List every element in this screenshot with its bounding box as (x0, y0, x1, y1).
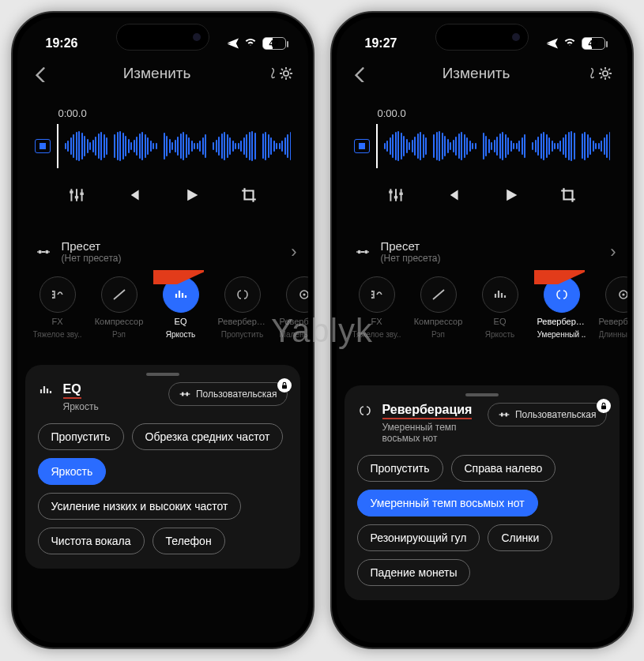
preset-pill[interactable]: Телефон (153, 528, 225, 554)
reverb2-icon (616, 287, 627, 302)
mixer-button[interactable] (387, 186, 405, 204)
effect-name: FX (51, 317, 62, 326)
knobs-icon (35, 243, 52, 261)
status-right: 42 (226, 37, 286, 50)
reverb2-icon[interactable] (605, 276, 627, 313)
effect-sheet: Реверберация Умеренный темп восьмых нот … (345, 385, 620, 600)
preset-pill[interactable]: Пропустить (38, 423, 124, 450)
dynamic-island (116, 24, 209, 51)
waveform[interactable] (65, 128, 291, 164)
effect-компрессор[interactable]: Компрессор Рэп (96, 276, 142, 339)
status-time: 19:27 (365, 36, 397, 51)
back-button[interactable] (32, 65, 49, 82)
preset-pill[interactable]: Резонирующий гул (357, 524, 480, 551)
waveform-area: 0:00.0 (337, 90, 627, 212)
crop-button[interactable] (559, 186, 577, 204)
effect-ревербераци..[interactable]: Ревербераци.. Маленький к.. (281, 276, 308, 339)
effect-caption: Рэп (112, 330, 126, 339)
track-badge[interactable] (35, 139, 51, 153)
waveform[interactable] (384, 128, 610, 164)
phone-frame: 19:26 42 Изменить 0:00.0 (11, 11, 314, 649)
preset-pill[interactable]: Чистота вокала (38, 528, 145, 554)
eq-icon[interactable] (163, 276, 199, 313)
preset-sub: (Нет пресета) (381, 253, 441, 264)
chevron-right-icon[interactable]: › (291, 242, 296, 262)
preset-pill[interactable]: Слинки (488, 524, 552, 551)
preset-pill[interactable]: Справа налево (451, 455, 556, 482)
chevron-left-icon (32, 65, 49, 82)
effect-caption: Тяжелое зву.. (33, 330, 82, 339)
settings-button[interactable] (266, 66, 294, 81)
eq-icon (173, 287, 189, 302)
compressor-icon[interactable] (420, 276, 457, 313)
waveform-chunk (164, 130, 207, 162)
effect-caption: Пропустить (221, 330, 264, 339)
effect-strip[interactable]: FX Тяжелое зву.. Компрессор Рэп EQ Яркос… (337, 270, 627, 339)
waveform-area: 0:00.0 (17, 90, 308, 212)
reverb-icon[interactable] (544, 276, 580, 313)
waveform-chunk (483, 130, 526, 162)
effect-ревербераци..[interactable]: Ревербераци.. Пропустить (220, 276, 266, 339)
preset-row[interactable]: Пресет (Нет пресета) › (17, 212, 308, 270)
reverb2-icon[interactable] (286, 276, 308, 313)
playhead[interactable] (376, 124, 378, 168)
effect-strip[interactable]: FX Тяжелое зву.. Компрессор Рэп EQ Яркос… (17, 270, 308, 339)
playhead[interactable] (57, 124, 58, 168)
waveform-chunk (532, 130, 575, 162)
custom-label: Пользовательская (515, 409, 597, 420)
effect-sheet: EQ Яркость Пользовательская Пропустить О… (25, 365, 300, 569)
phone-frame: 19:27 42 Изменить 0:00.0 (330, 11, 634, 649)
 (38, 382, 54, 398)
sliders-icon (387, 186, 405, 204)
preset-pill[interactable]: Пропустить (357, 455, 443, 482)
preset-pill[interactable]: Яркость (38, 458, 107, 485)
effect-eq[interactable]: EQ Яркость (158, 276, 204, 339)
effect-компрессор[interactable]: Компрессор Рэп (416, 276, 461, 339)
knobs-icon (354, 243, 371, 261)
preset-pill[interactable]: Усиление низких и высоких частот (38, 493, 242, 520)
sheet-handle[interactable] (146, 373, 179, 376)
mixer-button[interactable] (68, 186, 85, 204)
play-button[interactable] (182, 186, 201, 205)
custom-preset-button[interactable]: Пользовательская (168, 382, 288, 406)
effect-ревербераци..[interactable]: Ревербераци.. Умеренный .. (539, 276, 585, 339)
preset-row[interactable]: Пресет (Нет пресета) › (337, 212, 627, 270)
play-button[interactable] (501, 186, 520, 205)
custom-label: Пользовательская (196, 389, 277, 400)
compressor-icon (111, 287, 127, 302)
effect-name: Компрессор (414, 317, 463, 326)
timecode: 0:00.0 (378, 107, 610, 119)
preset-pill[interactable]: Умеренный темп восьмых нот (357, 490, 538, 516)
sheet-handle[interactable] (465, 393, 499, 396)
screen: 19:27 42 Изменить 0:00.0 (337, 17, 627, 643)
preset-pill[interactable]: Обрезка средних частот (132, 423, 284, 450)
clef-icon (585, 66, 597, 81)
preset-pill[interactable]: Падение монеты (357, 559, 471, 586)
effect-fx[interactable]: FX Тяжелое зву.. (35, 276, 81, 339)
 (599, 401, 608, 411)
compressor-icon[interactable] (101, 276, 137, 313)
effect-name: Ревербераци.. (280, 317, 308, 326)
settings-button[interactable] (585, 66, 613, 81)
preset-label: Пресет (381, 239, 441, 253)
effect-fx[interactable]: FX Тяжелое зву.. (354, 276, 400, 339)
battery-indicator: 42 (582, 37, 605, 50)
gear-icon (278, 66, 294, 81)
track-badge[interactable] (354, 139, 370, 153)
eq-icon (38, 382, 54, 398)
effect-eq[interactable]: EQ Яркость (477, 276, 523, 339)
crop-button[interactable] (240, 186, 258, 204)
preset-pills: Пропустить Справа налево Умеренный темп … (357, 455, 607, 586)
fx-icon[interactable] (40, 276, 76, 313)
fx-icon[interactable] (359, 276, 395, 313)
sheet-title: EQ (63, 382, 81, 399)
eq-icon[interactable] (482, 276, 518, 313)
effect-ревербераци..[interactable]: Ревербераци.. Длинный и у.. (601, 276, 627, 339)
previous-button[interactable] (125, 186, 142, 204)
custom-preset-button[interactable]: Пользовательская (488, 403, 607, 426)
chevron-right-icon[interactable]: › (610, 242, 616, 262)
back-button[interactable] (351, 65, 368, 82)
previous-button[interactable] (444, 186, 461, 204)
crop-icon (559, 186, 577, 204)
reverb-icon[interactable] (224, 276, 261, 313)
